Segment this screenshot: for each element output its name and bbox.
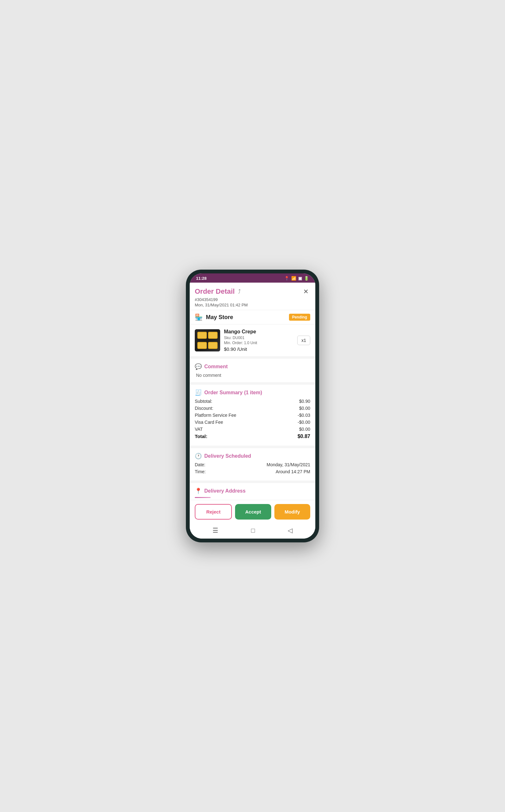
vat-row: VAT $0.00 [195, 427, 310, 432]
clock-icon: 🕐 [195, 453, 202, 460]
location-icon: 📍 [284, 276, 289, 281]
product-sku: Sku: DU001 [224, 336, 294, 340]
product-name: Mango Crepe [224, 329, 294, 335]
signal-icon: ▣ [298, 276, 302, 281]
status-bar: 11:28 📍 📶 ▣ 🔋 [190, 273, 315, 282]
visa-fee-value: -$0.00 [298, 420, 310, 425]
store-icon: 🏪 [195, 314, 203, 321]
pin-icon: 📍 [195, 487, 202, 494]
platform-fee-row: Platform Service Fee -$0.03 [195, 413, 310, 418]
status-icons: 📍 📶 ▣ 🔋 [284, 276, 309, 281]
delivery-address-label: Delivery Address [204, 488, 245, 494]
back-icon[interactable]: ◁ [288, 527, 293, 534]
app-screen: Order Detail ⤴ ✕ #304354199 Mon, 31/May/… [190, 282, 315, 539]
scroll-area[interactable]: 🏪 May Store Pending [190, 310, 315, 500]
action-buttons: Reject Accept Modify [190, 500, 315, 524]
comment-section: 💬 Comment No comment [190, 359, 315, 385]
subtotal-value: $0.90 [299, 399, 310, 404]
receipt-icon: 🧾 [195, 389, 202, 396]
page-header: Order Detail ⤴ ✕ #304354199 Mon, 31/May/… [190, 282, 315, 310]
discount-label: Discount: [195, 406, 213, 411]
product-price: $0.90 /Unit [224, 346, 294, 352]
subtotal-label: Subtotal: [195, 399, 212, 404]
time-label: Time: [195, 469, 205, 474]
total-label: Total: [195, 434, 207, 439]
phone-frame: 11:28 📍 📶 ▣ 🔋 Order Detail ⤴ ✕ #304354 [186, 270, 319, 542]
order-summary-label: Order Summary (1 item) [204, 390, 262, 396]
share-icon[interactable]: ⤴ [238, 288, 241, 295]
wifi-icon: 📶 [291, 276, 296, 281]
vat-value: $0.00 [299, 427, 310, 432]
vat-label: VAT [195, 427, 203, 432]
nav-bar: ☰ □ ◁ [190, 524, 315, 539]
delivery-scheduled-section: 🕐 Delivery Scheduled Date: Monday, 31/Ma… [190, 448, 315, 483]
store-name: May Store [206, 314, 233, 321]
visa-fee-row: Visa Card Fee -$0.00 [195, 420, 310, 425]
comment-icon: 💬 [195, 363, 202, 370]
battery-icon: 🔋 [304, 276, 309, 281]
menu-icon[interactable]: ☰ [212, 527, 218, 534]
status-time: 11:28 [196, 276, 206, 281]
product-info: Mango Crepe Sku: DU001 Min. Order: 1.0 U… [224, 329, 294, 352]
comment-text: No comment [195, 373, 310, 378]
visa-fee-label: Visa Card Fee [195, 420, 223, 425]
product-min-order: Min. Order: 1.0 Unit [224, 341, 294, 345]
accept-button[interactable]: Accept [235, 504, 271, 520]
discount-row: Discount: $0.00 [195, 406, 310, 411]
discount-value: $0.00 [299, 406, 310, 411]
delivery-date-row: Date: Monday, 31/May/2021 [195, 462, 310, 467]
store-row: 🏪 May Store Pending [190, 310, 315, 325]
home-icon[interactable]: □ [251, 527, 255, 534]
reject-button[interactable]: Reject [195, 504, 232, 520]
product-image [195, 329, 220, 352]
modify-button[interactable]: Modify [275, 504, 310, 520]
order-date: Mon, 31/May/2021 01:42 PM [195, 302, 310, 308]
delivery-scheduled-label: Delivery Scheduled [204, 453, 251, 459]
phone-screen: 11:28 📍 📶 ▣ 🔋 Order Detail ⤴ ✕ #304354 [190, 273, 315, 539]
order-id: #304354199 [195, 297, 310, 302]
order-summary-section: 🧾 Order Summary (1 item) Subtotal: $0.90… [190, 385, 315, 448]
quantity-box: x1 [297, 336, 310, 345]
delivery-address-section: 📍 Delivery Address [190, 483, 315, 500]
time-value: Around 14:27 PM [276, 469, 310, 474]
delivery-time-row: Time: Around 14:27 PM [195, 469, 310, 474]
page-title: Order Detail [195, 287, 235, 295]
close-button[interactable]: ✕ [301, 287, 310, 296]
total-value: $0.87 [298, 434, 310, 439]
product-section: Mango Crepe Sku: DU001 Min. Order: 1.0 U… [190, 325, 315, 359]
platform-fee-label: Platform Service Fee [195, 413, 236, 418]
total-row: Total: $0.87 [195, 434, 310, 439]
comment-label: Comment [204, 364, 228, 370]
status-badge: Pending [289, 314, 310, 321]
date-value: Monday, 31/May/2021 [267, 462, 311, 467]
subtotal-row: Subtotal: $0.90 [195, 399, 310, 404]
date-label: Date: [195, 462, 205, 467]
platform-fee-value: -$0.03 [298, 413, 310, 418]
accent-underline [195, 497, 211, 498]
